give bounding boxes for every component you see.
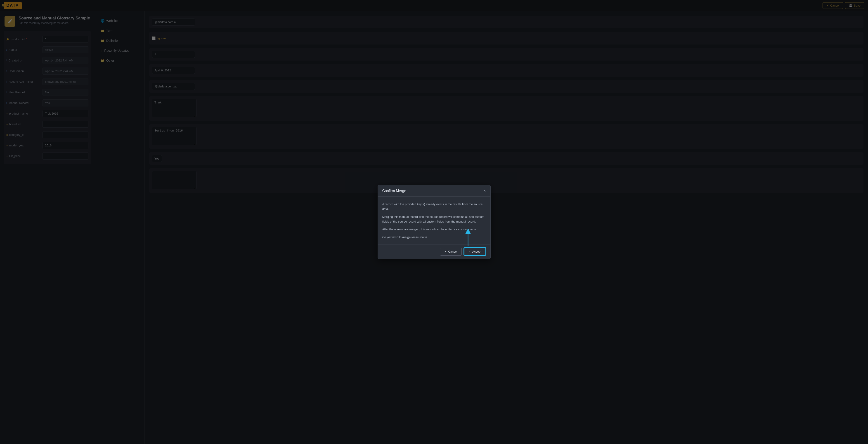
modal-body-line3: After these rows are merged, this record… [382,227,486,232]
modal-body-italic: Do you wish to merge these rows? [382,235,486,240]
modal-header: Confirm Merge × [378,185,490,197]
confirm-merge-modal: Confirm Merge × A record with the provid… [378,185,491,259]
modal-title: Confirm Merge [382,189,406,193]
modal-accept-button[interactable]: ✓ Accept [464,248,486,255]
accept-check-icon: ✓ [468,250,471,253]
modal-body: A record with the provided key(s) alread… [378,197,490,244]
modal-close-button[interactable]: × [484,189,486,193]
modal-footer: ✕ Cancel ✓ Accept [378,244,490,259]
modal-cancel-button[interactable]: ✕ Cancel [440,248,462,255]
modal-overlay: Confirm Merge × A record with the provid… [0,0,868,444]
cancel-x-icon: ✕ [444,250,447,253]
modal-body-line1: A record with the provided key(s) alread… [382,202,486,211]
modal-body-line2: Merging this manual record with the sour… [382,215,486,224]
